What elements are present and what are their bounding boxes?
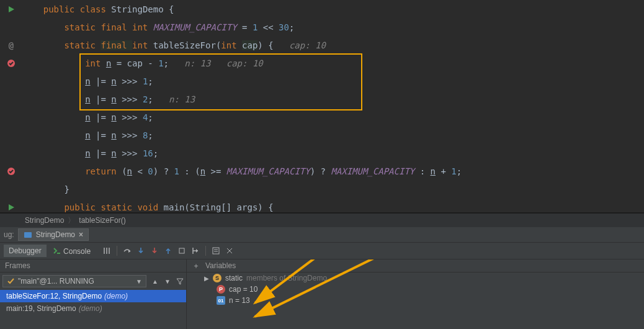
next-frame-icon[interactable]: ▼ [161,275,174,287]
code-area[interactable]: public class StringDemo { static final i… [22,0,644,216]
debug-tabbar: Debugger Console [0,243,644,259]
int-badge-icon: 01 [217,296,225,305]
code-line[interactable]: n |= n >>> 1; [22,72,644,90]
drop-frame-icon[interactable] [176,245,188,257]
code-line[interactable]: n |= n >>> 4; [22,108,644,126]
editor-gutter[interactable]: @ [0,0,22,212]
step-out-icon[interactable] [162,245,174,257]
debug-header: ug: StringDemo × [0,227,644,243]
breakpoint-gutter-icon[interactable] [7,167,16,176]
filter-icon[interactable] [174,275,186,287]
variable-cap[interactable]: P cap = 10 [187,284,644,295]
breakpoint-gutter-icon[interactable] [7,59,16,68]
close-icon[interactable]: × [79,230,83,239]
run-gutter-icon[interactable] [7,5,16,14]
static-tail: members of StringDemo [246,274,327,282]
frames-panel: Frames "main"@1... RUNNING ▼ ▲ ▼ tableSi… [0,259,187,329]
code-line[interactable]: n |= n >>> 2; n: 13 [22,90,644,108]
breadcrumb-method[interactable]: tableSizeFor() [79,216,125,225]
svg-rect-3 [179,248,184,253]
code-line[interactable]: int n = cap - 1; n: 13 cap: 10 [22,54,644,72]
debug-config-tab[interactable]: StringDemo × [18,228,89,241]
tab-debugger[interactable]: Debugger [4,245,47,257]
run-gutter-icon[interactable] [7,203,16,212]
code-line[interactable]: static final int tableSizeFor(int cap) {… [22,36,644,54]
var-value: 10 [249,285,257,294]
param-badge-icon: P [217,285,225,294]
divider [117,246,117,256]
code-line[interactable]: public static void main(String[] args) { [22,198,644,216]
code-editor[interactable]: @ public class StringDemo { static final… [0,0,644,213]
variables-title: Variables [205,261,236,270]
override-gutter-icon[interactable]: @ [9,40,14,50]
check-icon [7,277,16,286]
variable-n[interactable]: 01 n = 13 [187,295,644,306]
debug-config-label: StringDemo [36,230,75,239]
step-into-icon[interactable] [135,245,147,257]
code-line[interactable]: n |= n >>> 16; [22,144,644,162]
prev-frame-icon[interactable]: ▲ [149,275,161,287]
evaluate-icon[interactable] [210,245,222,257]
console-icon [53,246,61,255]
expand-icon[interactable]: ▶ [204,275,209,282]
debug-header-prefix: ug: [0,230,18,239]
var-name: n [229,296,233,305]
code-line[interactable]: public class StringDemo { [22,0,644,18]
code-line[interactable]: return (n < 0) ? 1 : (n >= MAXIMUM_CAPAC… [22,162,644,180]
stack-frame[interactable]: tableSizeFor:12, StringDemo (demo) [0,290,186,302]
force-step-into-icon[interactable] [148,245,161,257]
thread-selector[interactable]: "main"@1... RUNNING ▼ [2,275,146,287]
var-value: 13 [241,296,249,305]
divider [205,246,206,256]
step-over-icon[interactable] [121,245,133,257]
trace-icon[interactable] [223,245,236,257]
variables-panel: ＋ Variables ▶ S static members of String… [187,259,644,329]
add-watch-icon[interactable]: ＋ [192,261,200,270]
breadcrumb-separator: 〉 [68,215,75,226]
application-icon [24,230,32,239]
code-line[interactable]: } [22,180,644,198]
run-to-cursor-icon[interactable] [189,245,202,257]
chevron-down-icon: ▼ [136,278,142,285]
threads-icon[interactable] [101,245,113,257]
frames-title: Frames [0,259,186,273]
static-badge-icon: S [213,274,221,282]
code-line[interactable]: static final int MAXIMUM_CAPACITY = 1 <<… [22,18,644,36]
static-label: static [225,274,243,282]
debug-tool-window: ug: StringDemo × Debugger Console Frames [0,227,644,329]
var-name: cap [229,285,241,294]
variables-static-row[interactable]: ▶ S static members of StringDemo [187,273,644,284]
thread-label: "main"@1... RUNNING [18,277,133,286]
tab-console[interactable]: Console [48,245,96,258]
stack-frame[interactable]: main:19, StringDemo (demo) [0,302,186,315]
svg-rect-4 [213,248,219,254]
breadcrumb-class[interactable]: StringDemo [25,216,64,225]
code-line[interactable]: n |= n >>> 8; [22,126,644,144]
svg-rect-2 [24,232,32,238]
